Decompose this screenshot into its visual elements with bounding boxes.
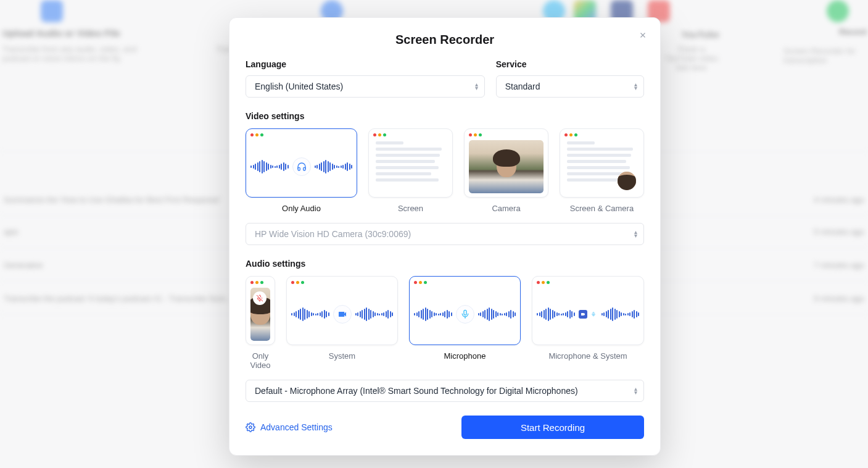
video-option-screen-camera[interactable]: Screen & Camera	[560, 128, 644, 213]
mic-off-icon	[253, 291, 267, 305]
svg-rect-6	[593, 312, 594, 315]
pip-camera-thumbnail	[617, 171, 637, 191]
video-settings-label: Video settings	[246, 111, 644, 121]
select-chevrons-icon: ▴▾	[475, 83, 478, 90]
headphones-icon	[292, 157, 311, 176]
option-label: System	[329, 351, 355, 361]
bg-youtube-desc: Paste a YouTube video link here	[664, 44, 719, 72]
gear-icon	[246, 422, 255, 432]
service-value: Standard	[505, 81, 540, 91]
option-label: Camera	[492, 204, 520, 213]
microphone-icon	[589, 310, 598, 319]
waveform-icon	[250, 160, 289, 173]
microphone-device-select[interactable]: Default - Microphone Array (Intel® Smart…	[246, 380, 644, 402]
bg-icon-record	[827, 0, 849, 22]
start-recording-button[interactable]: Start Recording	[461, 416, 644, 439]
audio-option-microphone[interactable]: Microphone	[409, 276, 521, 370]
bg-record-title: Record	[839, 27, 867, 36]
bg-upload-title: Upload Audio or Video File	[2, 28, 120, 38]
screen-recorder-modal: Screen Recorder Language English (United…	[229, 17, 661, 456]
waveform-icon	[355, 307, 394, 321]
audio-option-only-video[interactable]: Only Video	[246, 276, 275, 370]
bg-upload-desc: Transcribe from any audio, video, and po…	[2, 44, 163, 63]
advanced-settings-label: Advanced Settings	[260, 422, 333, 432]
bg-icon-upload	[41, 0, 63, 22]
video-option-camera[interactable]: Camera	[464, 128, 548, 213]
option-label: Only Video	[246, 351, 275, 370]
close-button[interactable]	[634, 27, 651, 44]
option-label: Microphone	[444, 351, 486, 361]
select-chevrons-icon: ▴▾	[634, 387, 637, 395]
svg-rect-4	[464, 310, 466, 315]
camera-preview-thumbnail	[469, 140, 544, 193]
language-select[interactable]: English (United States) ▴▾	[246, 75, 485, 98]
audio-option-system[interactable]: System	[286, 276, 398, 370]
audio-settings-label: Audio settings	[246, 259, 644, 269]
bg-youtube-title: YouTube	[664, 29, 719, 40]
waveform-icon	[414, 307, 452, 321]
video-camera-icon	[579, 310, 587, 319]
option-label: Only Audio	[282, 204, 321, 213]
select-chevrons-icon: ▴▾	[634, 83, 637, 90]
select-chevrons-icon: ▴▾	[634, 230, 637, 238]
microphone-icon	[456, 305, 474, 324]
language-value: English (United States)	[255, 81, 343, 91]
video-camera-icon	[333, 305, 352, 324]
waveform-icon	[315, 160, 353, 173]
option-label: Screen	[398, 204, 423, 213]
camera-device-value: HP Wide Vision HD Camera (30c9:0069)	[255, 229, 411, 239]
close-icon	[639, 31, 647, 40]
camera-device-select[interactable]: HP Wide Vision HD Camera (30c9:0069) ▴▾	[246, 223, 644, 245]
advanced-settings-link[interactable]: Advanced Settings	[246, 422, 333, 432]
option-label: Microphone & System	[548, 351, 627, 361]
waveform-icon	[478, 307, 516, 321]
svg-point-8	[249, 426, 252, 428]
bg-record-desc: Screen Recorder for transcription	[783, 46, 868, 65]
waveform-icon	[537, 307, 575, 321]
waveform-icon	[291, 307, 329, 321]
waveform-icon	[601, 307, 640, 321]
modal-title: Screen Recorder	[246, 33, 644, 47]
video-option-screen[interactable]: Screen	[368, 128, 453, 213]
microphone-device-value: Default - Microphone Array (Intel® Smart…	[255, 386, 578, 396]
option-label: Screen & Camera	[570, 204, 634, 213]
service-label: Service	[496, 59, 644, 69]
language-label: Language	[246, 59, 485, 69]
video-option-only-audio[interactable]: Only Audio	[246, 128, 357, 213]
audio-option-mic-system[interactable]: Microphone & System	[532, 276, 644, 370]
service-select[interactable]: Standard ▴▾	[496, 75, 644, 98]
